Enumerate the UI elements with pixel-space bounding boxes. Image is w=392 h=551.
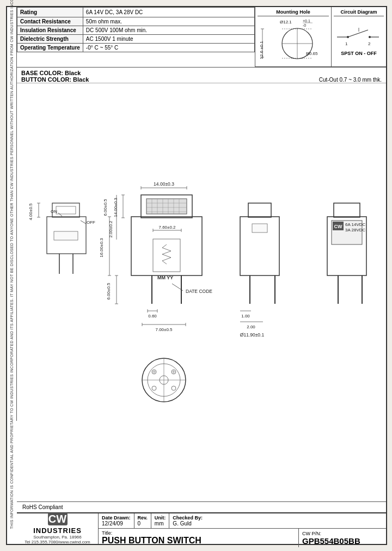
svg-text:MM YY: MM YY (157, 275, 173, 280)
svg-text:7.00±0.5: 7.00±0.5 (155, 327, 173, 332)
svg-rect-25 (56, 206, 76, 214)
rev-cell: Rev. 0 (134, 513, 151, 528)
svg-point-19 (369, 36, 371, 38)
svg-rect-93 (252, 224, 267, 232)
svg-rect-47 (153, 239, 180, 272)
main-content: Rating 6A 14V DC, 3A 28V DC Contact Resi… (17, 7, 386, 544)
svg-line-52 (162, 258, 171, 261)
svg-text:6A 14VDC: 6A 14VDC (345, 222, 366, 227)
svg-text:2.00: 2.00 (247, 325, 255, 329)
pn-cell: CW P/N: GPB554B05BB (299, 529, 386, 547)
svg-text:14.00±0.3: 14.00±0.3 (113, 198, 118, 217)
mounting-hole-diagram: Ø12.1 +0.1 -0 12.6 ±0.1 (258, 18, 329, 64)
on-label: ON (51, 209, 57, 214)
rohs-compliant: RoHS Compliant (17, 501, 386, 512)
colors-section: BASE COLOR: Black BUTTON COLOR: Black (21, 70, 89, 83)
rev-value: 0 (138, 521, 148, 526)
svg-text:12.6 ±0.1: 12.6 ±0.1 (259, 41, 264, 59)
svg-rect-92 (248, 203, 271, 217)
mounting-circuit: Mounting Hole Ø12.1 +0.1 -0 (255, 7, 386, 67)
svg-text:CW: CW (334, 224, 342, 229)
svg-line-48 (162, 244, 167, 248)
svg-line-29 (58, 213, 62, 216)
checked-label: Checked By: (173, 515, 203, 521)
svg-text:7.60±0.2: 7.60±0.2 (158, 225, 176, 230)
svg-text:2: 2 (368, 41, 371, 46)
rating-value: 6A 14V DC, 3A 28V DC (83, 8, 254, 17)
svg-point-117 (152, 386, 156, 390)
svg-text:16.00±0.3: 16.00±0.3 (99, 238, 104, 258)
dielectric-strength-value: AC 1500V 1 minute (83, 35, 254, 44)
svg-text:2.00±0.2: 2.00±0.2 (108, 221, 113, 238)
svg-text:4.00±0.5: 4.00±0.5 (28, 203, 33, 221)
footer: CW INDUSTRIES Southampton, Pa. 18966 Tel… (17, 512, 386, 544)
footer-logo: CW INDUSTRIES Southampton, Pa. 18966 Tel… (17, 513, 99, 544)
svg-text:14.00±0.3: 14.00±0.3 (154, 181, 174, 187)
page: THIS INFORMATION IS CONFIDENTIAL AND PRO… (6, 6, 387, 545)
specs-section: Rating 6A 14V DC, 3A 28V DC Contact Resi… (17, 7, 386, 68)
svg-text:0.60: 0.60 (148, 314, 157, 319)
dielectric-strength-label: Dielectric Strength (17, 35, 83, 44)
contact-resistance-label: Contact Resistance (17, 17, 83, 26)
svg-text:6.00±0.5: 6.00±0.5 (103, 199, 108, 216)
title-value: PUSH BUTTON SWITCH (102, 536, 295, 546)
drawing-area: ON OFF 4.00±0.5 (17, 83, 386, 501)
svg-line-50 (162, 251, 171, 254)
svg-text:+0.1: +0.1 (303, 19, 310, 23)
date-label: Date Drawn: (102, 515, 131, 521)
svg-text:Ø12.1: Ø12.1 (280, 20, 292, 25)
mounting-hole-header: Mounting Hole (258, 9, 329, 16)
circuit-label: SPST ON - OFF (341, 51, 377, 56)
rev-label: Rev. (138, 515, 148, 521)
pn-label: CW P/N: (302, 531, 383, 536)
rating-label: Rating (17, 8, 83, 17)
checked-value: G. Guld (173, 521, 203, 526)
circuit-header: Circuit Diagram (334, 9, 384, 16)
specs-table: Rating 6A 14V DC, 3A 28V DC Contact Resi… (17, 7, 255, 67)
svg-text:3A 28VDC: 3A 28VDC (345, 228, 366, 232)
svg-text:DATE CODE: DATE CODE (186, 289, 212, 294)
date-cell: Date Drawn: 12/24/09 (99, 513, 134, 528)
checked-cell: Checked By: G. Guld (169, 513, 206, 528)
svg-line-30 (81, 221, 86, 224)
title-label: Title: (102, 530, 295, 536)
svg-rect-28 (54, 231, 78, 240)
footer-meta: Date Drawn: 12/24/09 Rev. 0 Unit: mm Che… (99, 513, 386, 544)
circuit-section: Circuit Diagram 1 2 (332, 7, 386, 66)
insulation-resistance-label: Insulation Resistance (17, 26, 83, 35)
svg-rect-102 (334, 203, 360, 217)
svg-line-21 (348, 30, 368, 37)
contact-resistance-value: 50m ohm max. (83, 17, 254, 26)
svg-line-53 (162, 261, 167, 264)
address: Southampton, Pa. 18966 (33, 535, 82, 540)
button-color: BUTTON COLOR: Black (21, 76, 89, 83)
svg-point-118 (171, 386, 176, 390)
off-label: OFF (87, 220, 95, 225)
svg-text:-0: -0 (303, 23, 306, 27)
operating-temp-value: -0° C ~ 55° C (83, 44, 254, 52)
svg-text:1: 1 (345, 41, 348, 46)
insulation-resistance-value: DC 500V 100M ohm min. (83, 26, 254, 35)
date-value: 12/24/09 (102, 521, 131, 526)
unit-value: mm (155, 521, 166, 526)
confidential-text: THIS INFORMATION IS CONFIDENTIAL AND PRO… (7, 7, 17, 421)
pn-value: GPB554B05BB (302, 536, 383, 546)
company-name: INDUSTRIES (33, 526, 82, 535)
rohs-text: RoHS Compliant (22, 504, 63, 510)
mounting-hole-section: Mounting Hole Ø12.1 +0.1 -0 (255, 7, 332, 66)
operating-temp-label: Operating Temperature (17, 44, 83, 52)
footer-meta-top: Date Drawn: 12/24/09 Rev. 0 Unit: mm Che… (99, 513, 386, 529)
title-cell: Title: PUSH BUTTON SWITCH (99, 529, 299, 547)
footer-meta-bottom: Title: PUSH BUTTON SWITCH CW P/N: GPB554… (99, 529, 386, 547)
svg-line-49 (162, 248, 171, 251)
unit-label: Unit: (155, 515, 166, 521)
svg-text:1.00: 1.00 (241, 314, 250, 319)
cutout-note: Cut-Out 0.7 ~ 3.0 mm thk. (319, 77, 382, 83)
unit-cell: Unit: mm (151, 513, 170, 528)
svg-line-51 (162, 254, 171, 258)
cw-logo: CW (48, 513, 68, 525)
svg-text:6.00±0.5: 6.00±0.5 (106, 283, 111, 300)
svg-text:Ø11.90±0.1: Ø11.90±0.1 (240, 332, 265, 338)
right-specs: Mounting Hole Ø12.1 +0.1 -0 (255, 7, 386, 67)
base-color: BASE COLOR: Black (21, 70, 89, 76)
